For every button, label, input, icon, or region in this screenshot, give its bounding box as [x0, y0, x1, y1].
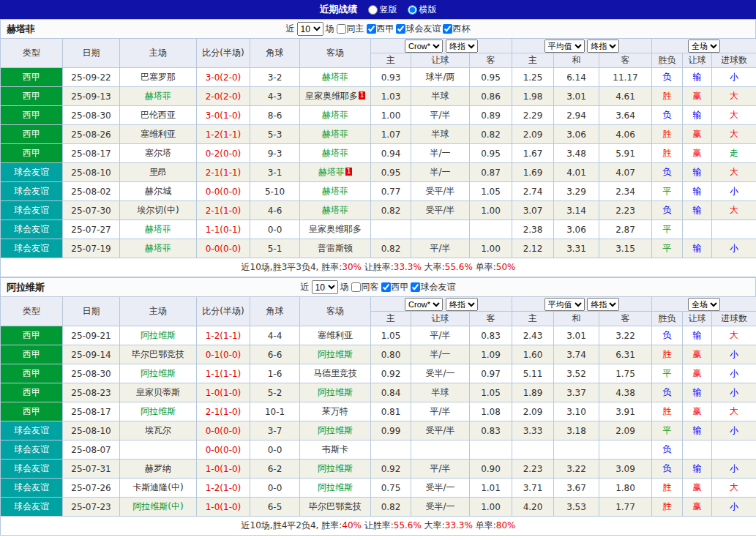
away-team-cell[interactable]: 阿拉维斯 [300, 345, 371, 364]
away-team-cell[interactable]: 赫塔菲 [300, 201, 371, 220]
league-checkbox[interactable] [381, 282, 391, 292]
odds-time-select[interactable]: 终指 [446, 298, 478, 311]
home-team-cell[interactable]: 卡斯迪隆(中) [120, 479, 197, 498]
away-team-cell[interactable]: 皇家奥维耶多1 [300, 87, 371, 106]
home-team-cell[interactable] [120, 440, 197, 460]
away-team-name[interactable]: 马德里竞技 [313, 368, 357, 378]
away-team-name[interactable]: 赫塔菲 [322, 110, 348, 120]
same-venue-filter[interactable]: 同客 [351, 281, 379, 293]
home-team-cell[interactable]: 赫尔城 [120, 182, 197, 201]
home-team-name[interactable]: 塞维利亚 [141, 129, 176, 139]
away-team-cell[interactable]: 皇家奥维耶多 [300, 220, 371, 239]
home-team-name[interactable]: 埃尔切(中) [137, 205, 179, 215]
away-team-name[interactable]: 赫塔菲 [322, 148, 348, 158]
home-team-name[interactable]: 赫塔菲 [145, 91, 171, 101]
away-team-name[interactable]: 阿拉维斯 [318, 387, 353, 397]
league-filter[interactable]: 西甲 [381, 281, 409, 293]
league-filter[interactable]: 球会友谊 [411, 281, 456, 293]
away-team-cell[interactable]: 阿拉维斯 [300, 479, 371, 498]
away-team-cell[interactable]: 普雷斯顿 [300, 239, 371, 258]
away-team-cell[interactable]: 毕尔巴鄂竞技 [300, 498, 371, 517]
home-team-name[interactable]: 里昂 [149, 167, 167, 177]
home-team-cell[interactable]: 赫塔菲 [120, 220, 197, 239]
home-team-name[interactable]: 赫罗纳 [145, 463, 171, 473]
home-team-cell[interactable]: 皇家贝蒂斯 [120, 383, 197, 402]
home-team-cell[interactable]: 塞尔塔 [120, 144, 197, 163]
home-team-cell[interactable]: 赫塔菲 [120, 239, 197, 258]
same-venue-filter[interactable]: 同主 [337, 23, 364, 35]
away-team-name[interactable]: 赫塔菲 [322, 186, 348, 196]
away-team-cell[interactable]: 阿拉维斯 [300, 460, 371, 479]
match-count-select[interactable]: 10 [297, 22, 323, 36]
home-team-cell[interactable]: 埃尔切(中) [120, 201, 197, 220]
home-team-name[interactable]: 巴塞罗那 [141, 72, 176, 82]
away-team-name[interactable]: 韦斯卡 [322, 444, 348, 454]
away-team-name[interactable]: 赫塔菲 [318, 167, 345, 177]
away-team-name[interactable]: 阿拉维斯 [318, 425, 353, 435]
home-team-name[interactable]: 皇家贝蒂斯 [136, 387, 180, 397]
home-team-name[interactable]: 阿拉维斯(中) [132, 501, 183, 511]
home-team-name[interactable]: 塞尔塔 [145, 148, 171, 158]
away-team-name[interactable]: 皇家奥维耶多 [305, 91, 358, 101]
bookmaker-select[interactable]: Crow* [405, 298, 443, 311]
away-team-name[interactable]: 赫塔菲 [322, 129, 348, 139]
away-team-cell[interactable]: 赫塔菲 [300, 144, 371, 163]
home-team-name[interactable]: 赫塔菲 [145, 243, 171, 253]
odds-time-select[interactable]: 终指 [446, 40, 478, 53]
away-team-cell[interactable]: 阿拉维斯 [300, 383, 371, 402]
home-team-cell[interactable]: 巴塞罗那 [120, 68, 197, 87]
league-checkbox[interactable] [396, 24, 405, 34]
home-team-cell[interactable]: 毕尔巴鄂竞技 [120, 345, 197, 364]
league-filter[interactable]: 西甲 [367, 23, 394, 35]
away-team-name[interactable]: 阿拉维斯 [318, 463, 353, 473]
away-team-cell[interactable]: 塞维利亚 [300, 326, 371, 345]
home-team-cell[interactable]: 赫塔菲 [120, 87, 197, 106]
league-filter[interactable]: 球会友谊 [396, 23, 441, 35]
period-select[interactable]: 全场 [688, 40, 720, 53]
home-team-cell[interactable]: 赫罗纳 [120, 460, 197, 479]
league-checkbox[interactable] [367, 24, 376, 34]
home-team-cell[interactable]: 阿拉维斯 [120, 364, 197, 383]
home-team-name[interactable]: 阿拉维斯 [141, 368, 176, 378]
away-team-name[interactable]: 莱万特 [322, 406, 348, 416]
home-team-cell[interactable]: 阿拉维斯 [120, 402, 197, 421]
away-team-cell[interactable]: 赫塔菲 [300, 125, 371, 144]
away-team-cell[interactable]: 韦斯卡 [300, 440, 371, 460]
away-team-cell[interactable]: 莱万特 [300, 402, 371, 421]
home-team-cell[interactable]: 巴伦西亚 [120, 106, 197, 125]
average-time-select[interactable]: 终指 [587, 298, 619, 311]
same-venue-checkbox[interactable] [337, 24, 346, 34]
home-team-cell[interactable]: 里昂 [120, 163, 197, 182]
away-team-cell[interactable]: 阿拉维斯 [300, 421, 371, 440]
away-team-cell[interactable]: 赫塔菲 [300, 106, 371, 125]
away-team-name[interactable]: 赫塔菲 [322, 72, 348, 82]
horizontal-layout-radio[interactable] [408, 5, 417, 15]
layout-option-vertical[interactable]: 竖版 [368, 4, 397, 16]
match-count-select[interactable]: 10 [312, 280, 338, 294]
average-time-select[interactable]: 终指 [587, 40, 619, 53]
average-select[interactable]: 平均值 [544, 40, 585, 53]
home-team-name[interactable]: 埃瓦尔 [145, 425, 171, 435]
league-filter[interactable]: 西杯 [443, 23, 471, 35]
away-team-name[interactable]: 赫塔菲 [322, 205, 348, 215]
vertical-layout-radio[interactable] [368, 5, 378, 15]
home-team-name[interactable]: 赫塔菲 [145, 224, 171, 234]
period-select[interactable]: 全场 [688, 298, 720, 311]
home-team-name[interactable]: 卡斯迪隆(中) [132, 482, 183, 492]
same-venue-checkbox[interactable] [351, 282, 361, 292]
home-team-name[interactable]: 阿拉维斯 [141, 330, 176, 340]
bookmaker-select[interactable]: Crow* [405, 40, 443, 53]
away-team-name[interactable]: 塞维利亚 [318, 330, 353, 340]
league-checkbox[interactable] [443, 24, 452, 34]
away-team-name[interactable]: 普雷斯顿 [318, 243, 353, 253]
home-team-cell[interactable]: 塞维利亚 [120, 125, 197, 144]
home-team-name[interactable]: 阿拉维斯 [141, 406, 176, 416]
home-team-cell[interactable]: 埃瓦尔 [120, 421, 197, 440]
away-team-cell[interactable]: 赫塔菲1 [300, 163, 371, 182]
home-team-name[interactable]: 巴伦西亚 [141, 110, 176, 120]
league-checkbox[interactable] [411, 282, 420, 292]
home-team-name[interactable]: 赫尔城 [145, 186, 171, 196]
average-select[interactable]: 平均值 [544, 298, 585, 311]
home-team-name[interactable]: 毕尔巴鄂竞技 [132, 349, 184, 359]
away-team-name[interactable]: 阿拉维斯 [318, 349, 353, 359]
